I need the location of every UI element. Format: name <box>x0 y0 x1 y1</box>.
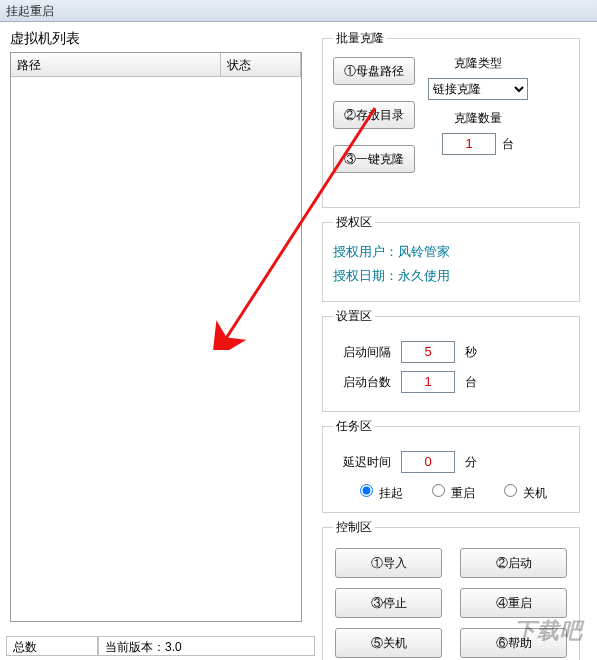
stop-button[interactable]: ③停止 <box>335 588 442 618</box>
radio-restart[interactable]: 重启 <box>427 486 475 500</box>
start-count-input[interactable]: 1 <box>401 371 455 393</box>
group-auth-legend: 授权区 <box>333 214 375 231</box>
group-control-legend: 控制区 <box>333 519 375 536</box>
start-count-unit: 台 <box>465 374 485 391</box>
import-button[interactable]: ①导入 <box>335 548 442 578</box>
group-settings: 设置区 启动间隔 5 秒 启动台数 1 台 <box>322 308 580 412</box>
shutdown-button[interactable]: ⑤关机 <box>335 628 442 658</box>
store-dir-button[interactable]: ②存放目录 <box>333 101 415 129</box>
one-key-clone-button[interactable]: ③一键克隆 <box>333 145 415 173</box>
interval-input[interactable]: 5 <box>401 341 455 363</box>
vm-table: 路径 状态 <box>10 52 302 622</box>
clone-count-unit: 台 <box>502 136 514 153</box>
delay-unit: 分 <box>465 454 485 471</box>
status-version: 当前版本：3.0 <box>98 637 315 656</box>
status-bar: 总数 当前版本：3.0 <box>6 636 315 656</box>
vm-table-header: 路径 状态 <box>11 53 301 77</box>
clone-type-label: 克隆类型 <box>423 55 533 72</box>
delay-label: 延迟时间 <box>333 454 391 471</box>
clone-type-select[interactable]: 链接克隆 <box>428 78 528 100</box>
auth-date: 授权日期：永久使用 <box>333 267 569 285</box>
group-batch-clone: 批量克隆 ①母盘路径 ②存放目录 ③一键克隆 克隆类型 链接克隆 克隆数量 1 … <box>322 30 580 208</box>
interval-label: 启动间隔 <box>333 344 391 361</box>
vm-table-body[interactable] <box>11 77 301 621</box>
status-total: 总数 <box>6 637 98 656</box>
group-auth: 授权区 授权用户：风铃管家 授权日期：永久使用 <box>322 214 580 302</box>
group-control: 控制区 ①导入 ②启动 ③停止 ④重启 ⑤关机 ⑥帮助 <box>322 519 580 660</box>
radio-shutdown[interactable]: 关机 <box>499 486 547 500</box>
auth-user: 授权用户：风铃管家 <box>333 243 569 261</box>
left-panel: 虚拟机列表 路径 状态 <box>10 30 310 622</box>
clone-count-label: 克隆数量 <box>423 110 533 127</box>
delay-input[interactable]: 0 <box>401 451 455 473</box>
base-disk-button[interactable]: ①母盘路径 <box>333 57 415 85</box>
start-button[interactable]: ②启动 <box>460 548 567 578</box>
group-task-legend: 任务区 <box>333 418 375 435</box>
clone-count-input[interactable]: 1 <box>442 133 496 155</box>
restart-button[interactable]: ④重启 <box>460 588 567 618</box>
help-button[interactable]: ⑥帮助 <box>460 628 567 658</box>
column-path[interactable]: 路径 <box>11 53 221 76</box>
column-status[interactable]: 状态 <box>221 53 301 76</box>
start-count-label: 启动台数 <box>333 374 391 391</box>
group-batch-clone-legend: 批量克隆 <box>333 30 387 47</box>
group-task: 任务区 延迟时间 0 分 挂起 重启 关机 <box>322 418 580 513</box>
vm-list-label: 虚拟机列表 <box>10 30 310 48</box>
radio-suspend[interactable]: 挂起 <box>355 486 403 500</box>
group-settings-legend: 设置区 <box>333 308 375 325</box>
interval-unit: 秒 <box>465 344 485 361</box>
window-titlebar: 挂起重启 <box>0 0 597 22</box>
right-panel: 批量克隆 ①母盘路径 ②存放目录 ③一键克隆 克隆类型 链接克隆 克隆数量 1 … <box>322 30 580 660</box>
window-title: 挂起重启 <box>6 4 54 18</box>
